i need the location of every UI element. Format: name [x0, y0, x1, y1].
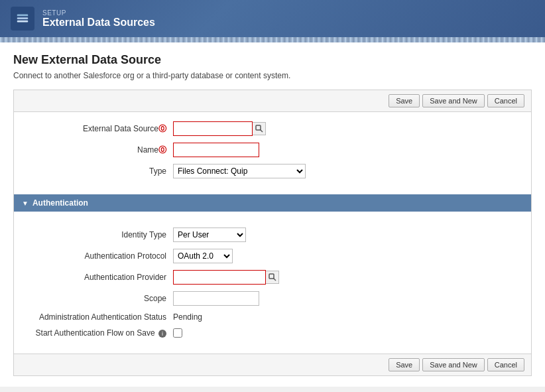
name-label: Name⓪ — [27, 145, 173, 156]
auth-provider-input-wrapper — [173, 270, 279, 285]
type-label: Type — [27, 166, 173, 176]
type-row: Type Files Connect: Quip Salesforce ODat… — [14, 164, 531, 178]
header-icon — [11, 7, 34, 31]
admin-auth-status-label: Administration Authentication Status — [27, 312, 173, 322]
auth-provider-lookup-icon[interactable] — [266, 271, 279, 284]
form-container: Save Save and New Cancel External Data S… — [13, 90, 532, 376]
identity-type-label: Identity Type — [27, 230, 173, 239]
setup-label: SETUP — [42, 9, 155, 17]
save-button-bottom[interactable]: Save — [389, 358, 420, 371]
auth-provider-input[interactable] — [173, 270, 266, 285]
svg-rect-1 — [17, 17, 29, 19]
cancel-button-top[interactable]: Cancel — [487, 94, 524, 107]
page-header: SETUP External Data Sources — [0, 0, 545, 37]
wave-bar — [0, 37, 545, 42]
type-select[interactable]: Files Connect: Quip Salesforce OData 2.0… — [173, 164, 306, 178]
header-text: SETUP External Data Sources — [42, 9, 155, 29]
admin-auth-status-row: Administration Authentication Status Pen… — [14, 312, 531, 322]
scope-label: Scope — [27, 294, 173, 303]
save-and-new-button-bottom[interactable]: Save and New — [422, 358, 485, 371]
svg-rect-3 — [256, 125, 261, 130]
bottom-toolbar: Save Save and New Cancel — [14, 354, 531, 375]
auth-protocol-label: Authentication Protocol — [27, 251, 173, 261]
scope-row: Scope — [14, 291, 531, 306]
save-button-top[interactable]: Save — [389, 94, 420, 107]
name-required: ⓪ — [158, 145, 166, 155]
identity-type-select[interactable]: Per User Named Principal — [173, 228, 246, 242]
svg-line-4 — [260, 129, 263, 132]
external-data-source-label: External Data Source⓪ — [27, 123, 173, 135]
svg-rect-5 — [269, 274, 274, 279]
collapse-icon[interactable]: ▼ — [22, 200, 29, 207]
auth-protocol-select[interactable]: OAuth 2.0 Password No Authentication — [173, 249, 233, 263]
svg-rect-2 — [17, 21, 29, 23]
auth-section-title: Authentication — [32, 198, 88, 208]
main-content: New External Data Source Connect to anot… — [0, 42, 545, 387]
top-toolbar: Save Save and New Cancel — [14, 90, 531, 112]
page-description: Connect to another Salesforce org or a t… — [13, 71, 532, 80]
name-row: Name⓪ — [14, 143, 531, 157]
admin-auth-status-value: Pending — [173, 312, 202, 322]
start-auth-flow-row: Start Authentication Flow on Save i — [14, 328, 531, 338]
scope-input[interactable] — [173, 291, 259, 306]
svg-rect-0 — [17, 15, 29, 17]
page-title: New External Data Source — [13, 53, 532, 67]
save-and-new-button-top[interactable]: Save and New — [422, 94, 485, 107]
start-auth-flow-label: Start Authentication Flow on Save i — [27, 328, 173, 338]
auth-provider-row: Authentication Provider — [14, 270, 531, 285]
auth-provider-label: Authentication Provider — [27, 273, 173, 282]
cancel-button-bottom[interactable]: Cancel — [487, 358, 524, 371]
auth-fields: Identity Type Per User Named Principal A… — [14, 218, 531, 354]
header-title: External Data Sources — [42, 17, 155, 29]
name-input[interactable] — [173, 143, 259, 157]
start-auth-flow-checkbox[interactable] — [173, 328, 182, 338]
required-indicator: ⓪ — [158, 124, 166, 133]
lookup-icon[interactable] — [253, 122, 266, 135]
external-data-source-row: External Data Source⓪ — [14, 121, 531, 136]
svg-line-6 — [273, 278, 276, 281]
external-data-source-input[interactable] — [173, 121, 253, 136]
auth-protocol-row: Authentication Protocol OAuth 2.0 Passwo… — [14, 249, 531, 263]
info-icon: i — [158, 330, 166, 338]
identity-type-row: Identity Type Per User Named Principal — [14, 228, 531, 242]
form-fields: External Data Source⓪ Name⓪ — [14, 112, 531, 194]
auth-section-header: ▼ Authentication — [14, 194, 531, 212]
external-data-source-input-wrapper — [173, 121, 266, 136]
